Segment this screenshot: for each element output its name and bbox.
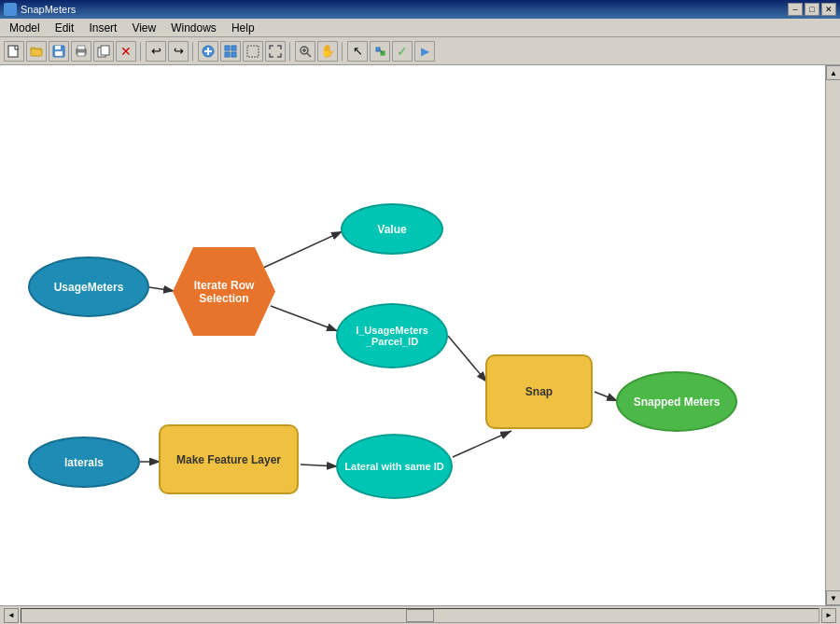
svg-rect-22 bbox=[376, 48, 380, 51]
node-snapped-meters[interactable]: Snapped Meters bbox=[616, 371, 737, 432]
grid-button[interactable] bbox=[220, 41, 241, 62]
open-button[interactable] bbox=[26, 41, 47, 62]
title-bar: SnapMeters – □ ✕ bbox=[0, 0, 840, 19]
menu-edit[interactable]: Edit bbox=[48, 20, 82, 36]
svg-rect-0 bbox=[8, 46, 18, 57]
print-button[interactable] bbox=[71, 41, 91, 62]
minimize-button[interactable]: – bbox=[788, 3, 803, 16]
arrow-snap-snappedmeters bbox=[595, 392, 618, 401]
save-button[interactable] bbox=[49, 41, 69, 62]
diagram-canvas[interactable]: 🔧 UsageMeters Iterate Row Selection Valu… bbox=[0, 65, 825, 605]
horizontal-scrollbar[interactable] bbox=[21, 608, 819, 623]
separator-3 bbox=[289, 42, 291, 61]
title-bar-left: SnapMeters bbox=[4, 3, 76, 16]
menu-help[interactable]: Help bbox=[224, 20, 262, 36]
connect-tool-button[interactable] bbox=[370, 41, 390, 62]
scroll-left-button[interactable]: ◄ bbox=[4, 608, 19, 623]
redo-button[interactable]: ↪ bbox=[168, 41, 189, 62]
delete-button[interactable]: ✕ bbox=[116, 41, 136, 62]
main-area: 🔧 UsageMeters Iterate Row Selection Valu… bbox=[0, 65, 840, 605]
arrow-iterate-value bbox=[261, 231, 343, 269]
validate-button[interactable]: ✓ bbox=[392, 41, 413, 62]
scroll-down-button[interactable]: ▼ bbox=[826, 590, 840, 605]
undo-button[interactable]: ↩ bbox=[146, 41, 166, 62]
window-title: SnapMeters bbox=[21, 4, 76, 15]
vertical-scrollbar[interactable]: ▲ ▼ bbox=[825, 65, 840, 605]
separator-2 bbox=[192, 42, 194, 61]
fit-button[interactable] bbox=[265, 41, 286, 62]
svg-rect-7 bbox=[77, 52, 85, 56]
node-laterals[interactable]: laterals bbox=[28, 437, 140, 488]
scroll-thumb[interactable] bbox=[406, 609, 434, 622]
svg-rect-6 bbox=[77, 46, 85, 49]
arrow-lateral-snap bbox=[453, 431, 511, 457]
svg-rect-3 bbox=[55, 46, 61, 49]
menu-view[interactable]: View bbox=[124, 20, 163, 36]
separator-4 bbox=[342, 42, 343, 61]
menu-model[interactable]: Model bbox=[2, 20, 48, 36]
arrow-select-button[interactable]: ↖ bbox=[347, 41, 368, 62]
scroll-up-button[interactable]: ▲ bbox=[826, 65, 840, 80]
run-button[interactable]: ▶ bbox=[414, 41, 435, 62]
maximize-button[interactable]: □ bbox=[805, 3, 819, 16]
app-icon bbox=[4, 3, 17, 16]
svg-rect-4 bbox=[55, 51, 63, 56]
node-value[interactable]: Value bbox=[341, 203, 443, 255]
select-button[interactable] bbox=[243, 41, 263, 62]
node-snap[interactable]: Snap bbox=[485, 354, 593, 429]
node-lateral-same-id[interactable]: Lateral with same ID bbox=[336, 434, 453, 499]
svg-rect-16 bbox=[231, 52, 236, 57]
node-iusagemeters-parcelid[interactable]: I_UsageMeters _Parcel_ID bbox=[336, 303, 448, 368]
svg-rect-14 bbox=[231, 46, 236, 50]
svg-line-19 bbox=[307, 53, 311, 57]
window-controls[interactable]: – □ ✕ bbox=[788, 3, 836, 16]
arrow-iusage-snap bbox=[448, 336, 487, 382]
node-make-feature-layer[interactable]: Make Feature Layer bbox=[159, 424, 299, 494]
separator-1 bbox=[140, 42, 142, 61]
add-button[interactable] bbox=[198, 41, 218, 62]
menu-windows[interactable]: Windows bbox=[163, 20, 224, 36]
arrow-makefeature-lateral bbox=[301, 465, 338, 466]
toolbar: ✕ ↩ ↪ ✋ ↖ ✓ ▶ bbox=[0, 37, 840, 65]
svg-rect-9 bbox=[101, 46, 109, 55]
node-usagemeters[interactable]: UsageMeters bbox=[28, 257, 149, 317]
close-button[interactable]: ✕ bbox=[821, 3, 836, 16]
pan-button[interactable]: ✋ bbox=[317, 41, 338, 62]
svg-rect-15 bbox=[225, 52, 230, 57]
node-iterate-row-selection[interactable]: Iterate Row Selection bbox=[173, 247, 275, 336]
arrow-usagemeters-iterate bbox=[149, 287, 175, 291]
arrow-iterate-iusage bbox=[271, 306, 338, 331]
new-button[interactable] bbox=[4, 41, 24, 62]
copy-button[interactable] bbox=[93, 41, 114, 62]
svg-rect-13 bbox=[225, 46, 230, 50]
zoom-in-button[interactable] bbox=[295, 41, 315, 62]
svg-rect-17 bbox=[247, 46, 259, 57]
menu-bar: Model Edit Insert View Windows Help bbox=[0, 19, 840, 37]
menu-insert[interactable]: Insert bbox=[81, 20, 124, 36]
scroll-track[interactable] bbox=[826, 80, 840, 590]
scroll-right-button[interactable]: ► bbox=[821, 608, 836, 623]
status-bar: ◄ ► bbox=[0, 605, 840, 624]
